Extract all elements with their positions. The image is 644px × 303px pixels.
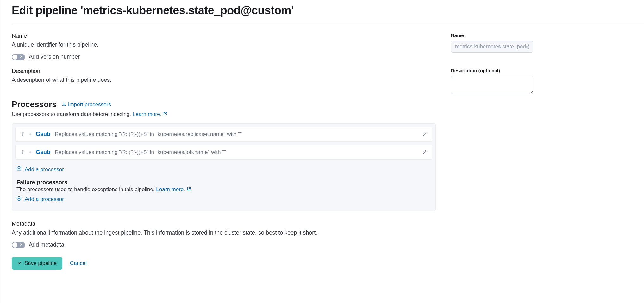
import-processors-label: Import processors xyxy=(68,101,111,108)
failure-processors-sub: The processors used to handle exceptions… xyxy=(16,186,431,193)
failure-processors-title: Failure processors xyxy=(16,179,431,186)
pencil-icon[interactable] xyxy=(422,132,427,137)
add-failure-processor-button[interactable]: Add a processor xyxy=(15,193,65,206)
page-title: Edit pipeline 'metrics-kubernetes.state_… xyxy=(12,4,644,25)
drag-handle-icon[interactable] xyxy=(21,131,25,138)
processor-description: Replaces values matching "(?:.(?!-))+$" … xyxy=(55,131,418,138)
processor-row[interactable]: Gsub Replaces values matching "(?:.(?!-)… xyxy=(15,127,432,142)
add-failure-processor-label: Add a processor xyxy=(25,196,64,203)
name-field[interactable] xyxy=(451,41,533,53)
name-help: A unique identifier for this pipeline. xyxy=(12,41,436,49)
metadata-help: Any additional information about the ing… xyxy=(12,229,436,237)
processor-description: Replaces values matching "(?:.(?!-))+$" … xyxy=(55,149,418,156)
add-processor-button[interactable]: Add a processor xyxy=(15,163,65,176)
processors-panel: Gsub Replaces values matching "(?:.(?!-)… xyxy=(12,123,436,211)
processors-learn-more-link[interactable]: Learn more. xyxy=(133,111,167,117)
plus-circle-icon xyxy=(16,196,22,203)
external-link-icon xyxy=(187,186,191,192)
add-metadata-toggle[interactable]: ✕ xyxy=(12,242,25,248)
processor-name[interactable]: Gsub xyxy=(36,131,50,138)
external-link-icon xyxy=(163,111,167,117)
description-field[interactable] xyxy=(451,76,533,94)
processors-subtext: Use processors to transform data before … xyxy=(12,111,436,118)
close-icon: ✕ xyxy=(20,55,23,59)
cancel-button[interactable]: Cancel xyxy=(70,260,87,267)
add-version-toggle[interactable]: ✕ xyxy=(12,54,25,60)
save-label: Save pipeline xyxy=(24,260,57,267)
status-dot-icon xyxy=(29,133,31,135)
processor-name[interactable]: Gsub xyxy=(36,149,50,156)
add-processor-label: Add a processor xyxy=(25,166,64,173)
close-icon: ✕ xyxy=(20,243,23,247)
failure-learn-more-link[interactable]: Learn more. xyxy=(156,186,191,192)
plus-circle-icon xyxy=(16,166,22,173)
pencil-icon[interactable] xyxy=(422,150,427,155)
processor-row[interactable]: Gsub Replaces values matching "(?:.(?!-)… xyxy=(15,145,432,160)
add-version-label: Add version number xyxy=(29,54,80,60)
status-dot-icon xyxy=(29,152,31,153)
check-icon xyxy=(17,260,22,267)
drag-handle-icon[interactable] xyxy=(21,149,25,156)
description-label: Description xyxy=(12,68,436,74)
name-label: Name xyxy=(12,33,436,39)
description-field-label: Description (optional) xyxy=(451,68,533,73)
processors-title: Processors xyxy=(12,100,57,109)
description-help: A description of what this pipeline does… xyxy=(12,76,436,84)
add-metadata-label: Add metadata xyxy=(29,242,64,248)
name-field-label: Name xyxy=(451,33,533,38)
save-pipeline-button[interactable]: Save pipeline xyxy=(12,257,62,270)
import-processors-link[interactable]: Import processors xyxy=(62,101,111,108)
metadata-label: Metadata xyxy=(12,221,436,227)
import-icon xyxy=(62,101,66,108)
